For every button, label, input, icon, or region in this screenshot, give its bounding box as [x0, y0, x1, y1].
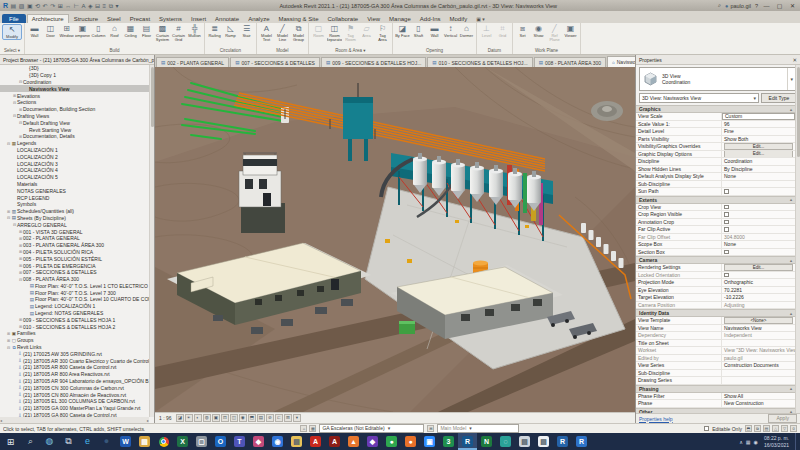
crop-region-icon[interactable]: ⊡	[221, 414, 229, 422]
ribbon-tab-annotate[interactable]: Annotate	[211, 15, 243, 23]
taskbar-app-notepad-doc[interactable]: ▤	[515, 433, 534, 450]
ribbon-tab-modify[interactable]: Modify	[445, 15, 471, 23]
ribbon-button-window[interactable]: ⊞Window	[59, 24, 74, 38]
collapse-icon[interactable]: ▴	[790, 197, 792, 202]
tree-item-floor-plan-40-0-t-o-s-level-7-300[interactable]: ▤Floor Plan: 40'-0" T.O.S. Level 7 300	[0, 289, 149, 296]
tree-item-3d-copy-1[interactable]: {3D} Copy 1	[0, 72, 149, 79]
tree-item-legends[interactable]: ⊟▦Legends	[0, 140, 149, 147]
checkbox-unchecked[interactable]	[724, 273, 729, 278]
taskbar-app-camera-app[interactable]: ▣	[420, 433, 439, 450]
property-value[interactable]	[722, 219, 795, 226]
ribbon-tab-view[interactable]: View	[363, 15, 384, 23]
tree-item-21-187005-el-300-columnas-de-carbon-rvt[interactable]: ⇩(21) 187005 EL 300 COLUMNAS DE CARBON.r…	[0, 398, 149, 405]
property-value[interactable]: 304.8000	[722, 234, 795, 241]
view-tab-navisworks-view[interactable]: ⌂Navisworks View✕	[607, 56, 635, 67]
type-selector-dropdown-icon[interactable]: ▾	[787, 68, 793, 90]
taskbar-app-teams[interactable]: T	[230, 433, 249, 450]
property-value[interactable]: Construction Documents	[722, 362, 795, 369]
view-tab-009-secciones-detalles-hoj[interactable]: ▤009 - SECCIONES & DETALLES HOJ...	[321, 57, 426, 67]
ribbon-button-model-group[interactable]: ⧉Model Group	[291, 24, 306, 43]
ribbon-tab-manage[interactable]: Manage	[385, 15, 415, 23]
worksharing-icon[interactable]: ⬒	[745, 425, 752, 432]
thin-lines-icon[interactable]: ≡	[103, 3, 107, 9]
show-desktop-button[interactable]	[795, 433, 798, 450]
help-icon[interactable]: ?	[755, 3, 758, 9]
gray-inactive-worksets-icon[interactable]: ▦	[309, 425, 316, 432]
redo-icon[interactable]: ↷	[50, 3, 55, 9]
tree-item-groups[interactable]: ⊞▢Groups	[0, 337, 149, 344]
edit-type-button[interactable]: Edit Type	[761, 93, 797, 103]
rendering-dialog-icon[interactable]: ◍	[203, 414, 211, 422]
property-value[interactable]: New Construction	[722, 400, 795, 407]
tray-expand-icon[interactable]: ∧	[739, 439, 743, 445]
property-value[interactable]: paulo.gil	[722, 355, 795, 362]
hide-analytical-model-icon[interactable]: ⊘	[266, 414, 274, 422]
sun-path-icon[interactable]: ☀	[185, 414, 193, 422]
tree-item-drafting-views[interactable]: ⊟Drafting Views	[0, 113, 149, 120]
properties-help-link[interactable]: Properties help	[639, 416, 673, 422]
tree-item-revit-starting-view[interactable]: Revit Starting View	[0, 126, 149, 133]
taskbar-app-revit[interactable]: R	[458, 433, 477, 450]
property-value[interactable]	[722, 204, 795, 211]
browser-vertical-scrollbar[interactable]	[149, 65, 154, 417]
taskbar-app-firefox[interactable]: ●	[401, 433, 420, 450]
ribbon-button-ramp[interactable]: ◺Ramp	[223, 24, 238, 38]
ribbon-button-wall[interactable]: ▬Wall	[427, 24, 442, 38]
property-value[interactable]: None	[722, 173, 795, 180]
close-icon[interactable]: ✕	[792, 57, 797, 63]
edit-button[interactable]: Edit...	[724, 143, 793, 150]
tree-item-symbols[interactable]: Symbols	[0, 201, 149, 208]
property-value[interactable]	[722, 249, 795, 256]
tree-item-localizaci-n-4[interactable]: LOCALIZACIÓN 4	[0, 167, 149, 174]
tree-item-revit-links[interactable]: ⊟⧉Revit Links	[0, 344, 149, 351]
tree-item-sheets-by-discipline[interactable]: ⊟▤Sheets (By Discipline)	[0, 215, 149, 222]
tree-item-localizaci-n-1[interactable]: LOCALIZACIÓN 1	[0, 147, 149, 154]
taskbar-app-revit-viewer[interactable]: R	[553, 433, 572, 450]
property-value[interactable]: View "3D View: Navisworks View"	[722, 347, 795, 354]
ribbon-button-stair[interactable]: ☰Stair	[239, 24, 254, 38]
ribbon-button-wall[interactable]: ▬Wall	[27, 24, 42, 38]
tray-volume-icon[interactable]: ◉	[754, 439, 758, 445]
aligned-dimension-icon[interactable]: ⊢	[74, 3, 79, 9]
property-value[interactable]: -10.2226	[722, 294, 795, 301]
ribbon-button-model-line[interactable]: ╱Model Line	[275, 24, 290, 43]
property-value[interactable]	[722, 370, 795, 377]
property-value[interactable]: Show All	[722, 393, 795, 400]
tree-item-legend-localizaci-n-1[interactable]: ▤Legend: LOCALIZACIÓN 1	[0, 303, 149, 310]
text-icon[interactable]: A	[81, 3, 85, 9]
active-workset-combo[interactable]: GA Escaleras (Not Editable)▾	[319, 424, 424, 433]
edit-button[interactable]: Edit...	[724, 151, 793, 158]
view-tab-002-planta-general[interactable]: ▤002 - PLANTA GENERAL	[156, 57, 229, 67]
taskbar-app-recap[interactable]: ◌	[496, 433, 515, 450]
taskbar-app-autodesk-app[interactable]: ▲	[344, 433, 363, 450]
taskbar-app-navisworks[interactable]: N	[477, 433, 496, 450]
ribbon-tab-structure[interactable]: Structure	[70, 15, 102, 23]
collapse-icon[interactable]: ▴	[790, 311, 792, 316]
tree-item-legend-notas-generales[interactable]: ▤Legend: NOTAS GENERALES	[0, 310, 149, 317]
tree-item-21-187005-ar-904-laboratorio-de-ensayos-[interactable]: ⇩(21) 187005 AR 904 Laboratorio de ensay…	[0, 378, 149, 385]
new-icon[interactable]: ▤	[11, 3, 17, 9]
tree-item-010-secciones-detalles-hoja-2[interactable]: ⊞010 - SECCIONES & DETALLES HOJA 2	[0, 323, 149, 330]
open-icon[interactable]: ▨	[19, 3, 25, 9]
edit-button[interactable]: Edit...	[724, 264, 793, 271]
checkbox-unchecked[interactable]	[724, 220, 729, 225]
ribbon-button-curtain-grid[interactable]: #Curtain Grid	[171, 24, 186, 43]
section-header-phasing[interactable]: Phasing▴	[636, 385, 795, 393]
worksets-icon[interactable]: ⌂	[300, 425, 307, 432]
property-value[interactable]: 96	[722, 121, 795, 128]
ribbon-tab-insert[interactable]: Insert	[187, 15, 210, 23]
ribbon-button-mullion[interactable]: ╬Mullion	[187, 24, 202, 38]
property-value[interactable]: Custom	[722, 113, 795, 120]
taskbar-app-excel[interactable]: X	[173, 433, 192, 450]
tree-item-navisworks-view[interactable]: Navisworks View	[0, 85, 149, 92]
properties-filter-combo[interactable]: 3D View: Navisworks View▾	[639, 93, 759, 103]
tree-item-008-planta-rea-300[interactable]: ⊟008 - PLANTA ÁREA 300	[0, 276, 149, 283]
taskbar-app-acrobat[interactable]: A	[306, 433, 325, 450]
tree-item-006-pileta-de-emergencia[interactable]: ⊞006 - PILETA DE EMERGENCIA	[0, 262, 149, 269]
search-icon[interactable]: ⌕	[718, 2, 721, 9]
close-button[interactable]: ✕	[788, 2, 797, 9]
select-count-icon[interactable]: 0	[790, 425, 797, 432]
checkbox-unchecked[interactable]	[724, 227, 729, 232]
ribbon-button-vertical[interactable]: ↕Vertical	[443, 24, 458, 38]
ribbon-button-by-face[interactable]: ◪By Face	[395, 24, 410, 38]
